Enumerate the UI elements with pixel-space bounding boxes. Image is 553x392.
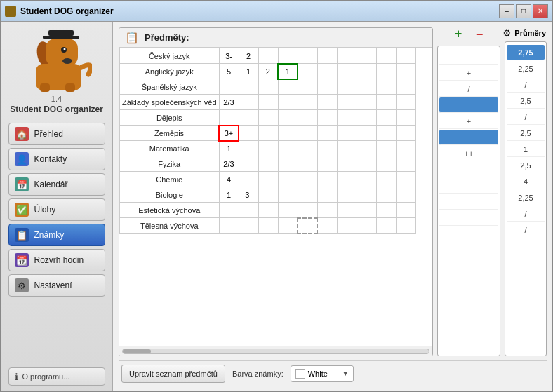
grade-cell[interactable]: [219, 203, 239, 218]
grade-cell[interactable]: [376, 156, 396, 172]
grade-cell[interactable]: [396, 110, 415, 126]
grade-cell[interactable]: [278, 187, 298, 203]
grade-cell[interactable]: [337, 79, 357, 95]
grade-cell[interactable]: [298, 126, 317, 141]
grade-cell[interactable]: [278, 110, 298, 126]
sidebar-item-prehled[interactable]: 🏠 Přehled: [8, 123, 105, 145]
grade-cell[interactable]: 1: [278, 64, 298, 79]
grade-cell[interactable]: [376, 141, 396, 156]
grade-cell[interactable]: 5: [219, 64, 239, 79]
grade-cell[interactable]: [239, 203, 258, 218]
grade-cell[interactable]: [396, 79, 415, 95]
grade-cell[interactable]: [278, 95, 298, 110]
grade-cell[interactable]: [278, 218, 298, 234]
grade-cell[interactable]: [396, 172, 415, 187]
grade-cell[interactable]: [239, 110, 258, 126]
scrollbar-track[interactable]: [122, 349, 429, 354]
grade-cell[interactable]: [219, 218, 239, 234]
grade-cell[interactable]: [298, 48, 317, 64]
sidebar-item-kalendar[interactable]: 📅 Kalendář: [8, 173, 105, 196]
grade-cell[interactable]: [357, 79, 376, 95]
grade-cell[interactable]: [396, 187, 415, 203]
grade-cell[interactable]: 1: [219, 141, 239, 156]
grade-cell[interactable]: [376, 79, 396, 95]
sidebar-item-ulohy[interactable]: ✅ Úlohy: [8, 198, 105, 221]
grade-cell[interactable]: [298, 156, 317, 172]
grade-cell[interactable]: [337, 218, 357, 234]
grade-cell[interactable]: [357, 141, 376, 156]
sidebar-item-znamky[interactable]: 📋 Známky: [8, 224, 105, 246]
grade-cell[interactable]: 2: [239, 48, 258, 64]
grade-cell[interactable]: [278, 156, 298, 172]
grade-cell[interactable]: [396, 64, 415, 79]
grade-cell[interactable]: [258, 48, 278, 64]
grade-cell[interactable]: [376, 172, 396, 187]
horizontal-scrollbar[interactable]: [119, 346, 432, 356]
grade-cell[interactable]: [239, 79, 258, 95]
sidebar-item-nastaveni[interactable]: ⚙ Nastavení: [8, 274, 105, 297]
minimize-button[interactable]: –: [499, 4, 514, 18]
grade-cell[interactable]: [357, 187, 376, 203]
grade-cell[interactable]: [337, 187, 357, 203]
grade-cell[interactable]: [357, 156, 376, 172]
grade-cell[interactable]: [337, 95, 357, 110]
grade-cell[interactable]: [239, 218, 258, 234]
grade-cell[interactable]: [258, 203, 278, 218]
grade-cell[interactable]: [337, 156, 357, 172]
grade-cell[interactable]: [317, 95, 337, 110]
grade-cell[interactable]: [337, 126, 357, 141]
remove-stat-button[interactable]: –: [476, 27, 483, 40]
grade-cell[interactable]: [298, 95, 317, 110]
grade-cell[interactable]: [376, 110, 396, 126]
grade-cell[interactable]: [278, 203, 298, 218]
grade-cell[interactable]: [317, 156, 337, 172]
grade-cell[interactable]: [376, 187, 396, 203]
sidebar-item-rozvrh[interactable]: 📆 Rozvrh hodin: [8, 249, 105, 271]
grade-cell[interactable]: [258, 95, 278, 110]
grade-cell[interactable]: [239, 141, 258, 156]
grade-cell[interactable]: [239, 172, 258, 187]
grade-cell[interactable]: [317, 187, 337, 203]
grade-cell[interactable]: [396, 48, 415, 64]
grade-cell[interactable]: [258, 141, 278, 156]
scrollbar-thumb[interactable]: [123, 349, 151, 353]
grade-cell[interactable]: [258, 172, 278, 187]
grade-cell[interactable]: [396, 203, 415, 218]
grade-cell[interactable]: [317, 141, 337, 156]
grade-cell[interactable]: 3+: [219, 126, 239, 141]
grade-cell[interactable]: [357, 172, 376, 187]
grade-cell[interactable]: [278, 141, 298, 156]
manage-subjects-button[interactable]: Upravit seznam předmětů: [121, 365, 225, 383]
grade-cell[interactable]: [357, 218, 376, 234]
grade-cell[interactable]: [278, 172, 298, 187]
grade-cell[interactable]: [258, 79, 278, 95]
grade-cell[interactable]: [376, 64, 396, 79]
grade-cell[interactable]: [357, 203, 376, 218]
grade-cell[interactable]: [396, 156, 415, 172]
grade-cell[interactable]: [396, 126, 415, 141]
grade-cell[interactable]: [317, 110, 337, 126]
color-select[interactable]: White ▼: [291, 365, 354, 382]
grade-cell[interactable]: [376, 203, 396, 218]
grades-table-container[interactable]: Český jazyk3-2Anglický jazyk5121Španělsk…: [119, 48, 432, 346]
grade-cell[interactable]: [357, 95, 376, 110]
grade-cell[interactable]: [219, 110, 239, 126]
grade-cell[interactable]: [337, 172, 357, 187]
grade-cell[interactable]: 4: [219, 172, 239, 187]
grade-cell[interactable]: [298, 172, 317, 187]
grade-cell[interactable]: [298, 203, 317, 218]
grade-cell[interactable]: [239, 156, 258, 172]
grade-cell[interactable]: 3-: [219, 48, 239, 64]
grade-cell[interactable]: [337, 48, 357, 64]
grade-cell[interactable]: [357, 110, 376, 126]
grade-cell[interactable]: [258, 126, 278, 141]
close-button[interactable]: ✕: [533, 4, 548, 18]
grade-cell[interactable]: [298, 64, 317, 79]
grade-cell[interactable]: [376, 218, 396, 234]
grade-cell[interactable]: [278, 126, 298, 141]
grade-cell[interactable]: [396, 141, 415, 156]
grade-cell[interactable]: [396, 218, 415, 234]
grade-cell[interactable]: [298, 218, 317, 234]
grade-cell[interactable]: [258, 156, 278, 172]
grade-cell[interactable]: [317, 126, 337, 141]
